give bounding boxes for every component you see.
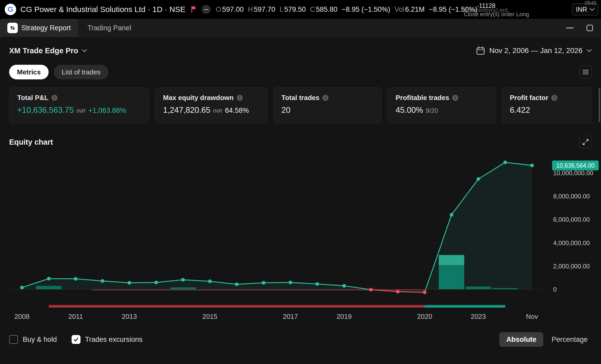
symbol-title[interactable]: CG Power & Industrial Solutions Ltd · 1D… <box>20 5 186 14</box>
info-icon[interactable] <box>237 95 243 101</box>
buy-hold-label: Buy & hold <box>23 336 57 344</box>
scrollbar[interactable] <box>599 88 600 122</box>
maximize-button[interactable] <box>586 24 594 32</box>
strategy-tester-icon <box>7 23 18 33</box>
open-value: 597.00 <box>222 5 244 14</box>
max-drawdown-percent: 64.58% <box>225 107 249 115</box>
profit-factor-value: 6.422 <box>510 105 530 115</box>
chevron-down-icon <box>82 49 87 52</box>
percentage-button[interactable]: Percentage <box>552 336 588 344</box>
profit-factor-label: Profit factor <box>510 94 548 102</box>
google-letter: G <box>8 5 13 14</box>
tab-trading-panel[interactable]: Trading Panel <box>78 19 141 37</box>
svg-text:10,636,564.00: 10,636,564.00 <box>556 162 594 169</box>
svg-text:10,000,000.00: 10,000,000.00 <box>553 169 593 177</box>
window-controls <box>566 19 594 37</box>
rows-icon <box>582 69 589 75</box>
overlay-order-text-2: Close entry(s) order Long <box>464 11 529 18</box>
card-total-pnl: Total P&L +10,636,563.75 INR +1,063.66% <box>9 87 149 124</box>
list-of-trades-pill[interactable]: List of trades <box>54 65 108 79</box>
card-total-trades: Total trades 20 <box>273 87 382 124</box>
high-value: 597.70 <box>254 5 275 14</box>
date-range-text: Nov 2, 2006 — Jan 12, 2026 <box>489 46 582 55</box>
change-value: −8.95 (−1.50%) <box>342 5 390 14</box>
equity-chart[interactable]: 02,000,000.004,000,000.006,000,000.008,0… <box>9 150 592 328</box>
date-range-select[interactable]: Nov 2, 2006 — Jan 12, 2026 <box>476 46 592 55</box>
buy-hold-toggle[interactable]: Buy & hold <box>9 335 57 344</box>
info-icon[interactable] <box>551 95 557 101</box>
svg-text:2013: 2013 <box>122 313 137 320</box>
overlay-corner-text: 0545 <box>585 0 597 6</box>
list-of-trades-pill-label: List of trades <box>62 68 101 76</box>
close-value: 585.80 <box>316 5 338 14</box>
high-label: H <box>248 5 253 14</box>
layout-rows-button[interactable] <box>579 66 592 78</box>
absolute-button-label: Absolute <box>506 336 536 344</box>
total-trades-value: 20 <box>281 105 290 115</box>
chart-controls-row: Buy & hold Trades excursions Absolute Pe… <box>9 332 592 347</box>
svg-text:8,000,000.00: 8,000,000.00 <box>553 193 590 200</box>
minimize-button[interactable] <box>566 27 574 29</box>
minus-icon <box>204 9 208 10</box>
ohlc-quote: O597.00 H597.70 L579.50 C585.80 −8.95 (−… <box>216 5 477 14</box>
svg-text:4,000,000.00: 4,000,000.00 <box>553 239 590 246</box>
checkmark-icon <box>73 336 79 343</box>
max-drawdown-value: 1,247,820.65 <box>163 105 210 115</box>
card-profitable-trades: Profitable trades 45.00% 9/20 <box>388 87 496 124</box>
svg-text:2008: 2008 <box>14 313 30 320</box>
card-profit-factor: Profit factor 6.422 <box>502 87 592 124</box>
svg-text:2023: 2023 <box>471 313 486 320</box>
volume-value: 6.21M <box>405 5 425 14</box>
hide-study-button[interactable] <box>202 5 211 14</box>
svg-text:6,000,000.00: 6,000,000.00 <box>553 216 590 223</box>
total-pnl-currency: INR <box>76 108 86 114</box>
svg-text:2,000,000.00: 2,000,000.00 <box>553 263 590 270</box>
trades-excursions-checkbox[interactable] <box>72 335 80 344</box>
ticker-bar: G CG Power & Industrial Solutions Ltd · … <box>0 0 601 19</box>
trades-excursions-label: Trades excursions <box>85 336 143 344</box>
tab-trading-panel-label: Trading Panel <box>88 24 131 32</box>
absolute-button[interactable]: Absolute <box>499 332 543 347</box>
profitable-trades-label: Profitable trades <box>396 94 449 102</box>
svg-text:2020: 2020 <box>417 313 432 320</box>
chevron-down-icon <box>590 8 594 11</box>
strategy-report-panel: XM Trade Edge Pro Nov 2, 2006 — Jan 12, … <box>0 43 601 347</box>
profitable-trades-value: 45.00% <box>396 105 423 115</box>
svg-text:2019: 2019 <box>337 313 352 320</box>
buy-hold-checkbox[interactable] <box>9 335 18 344</box>
volume-label: Vol <box>394 5 404 14</box>
tab-bar: Strategy Report Trading Panel <box>0 19 601 37</box>
profitable-trades-ratio: 9/20 <box>426 107 438 114</box>
metrics-pill[interactable]: Metrics <box>9 65 49 79</box>
svg-text:0: 0 <box>553 286 557 293</box>
info-icon[interactable] <box>452 95 458 101</box>
info-icon[interactable] <box>51 95 57 101</box>
chevron-down-icon <box>587 49 592 52</box>
max-drawdown-currency: INR <box>213 108 222 114</box>
strategy-select[interactable]: XM Trade Edge Pro <box>9 46 87 55</box>
max-drawdown-label: Max equity drawdown <box>163 94 234 102</box>
metric-cards-row: Total P&L +10,636,563.75 INR +1,063.66% … <box>9 87 592 124</box>
equity-chart-title: Equity chart <box>9 138 53 146</box>
trades-excursions-toggle[interactable]: Trades excursions <box>72 335 143 344</box>
view-toggle-row: Metrics List of trades <box>9 65 592 79</box>
info-icon[interactable] <box>322 95 328 101</box>
svg-text:2011: 2011 <box>68 313 83 320</box>
total-pnl-label: Total P&L <box>17 94 48 102</box>
tab-strategy-report-label: Strategy Report <box>21 24 71 32</box>
open-label: O <box>216 5 221 14</box>
expand-chart-button[interactable] <box>579 136 592 148</box>
equity-chart-header: Equity chart <box>9 135 592 149</box>
low-value: 579.50 <box>284 5 306 14</box>
currency-value: INR <box>576 6 587 13</box>
flag-icon[interactable] <box>190 5 197 13</box>
tab-strategy-report[interactable]: Strategy Report <box>0 19 78 37</box>
report-header-row: XM Trade Edge Pro Nov 2, 2006 — Jan 12, … <box>9 43 592 58</box>
strategy-name: XM Trade Edge Pro <box>9 46 78 55</box>
card-max-drawdown: Max equity drawdown 1,247,820.65 INR 64.… <box>155 87 268 124</box>
svg-text:2017: 2017 <box>283 313 298 320</box>
svg-text:2015: 2015 <box>202 313 217 320</box>
google-logo-icon: G <box>5 4 16 15</box>
total-pnl-percent: +1,063.66% <box>88 107 126 115</box>
low-label: L <box>280 5 284 14</box>
